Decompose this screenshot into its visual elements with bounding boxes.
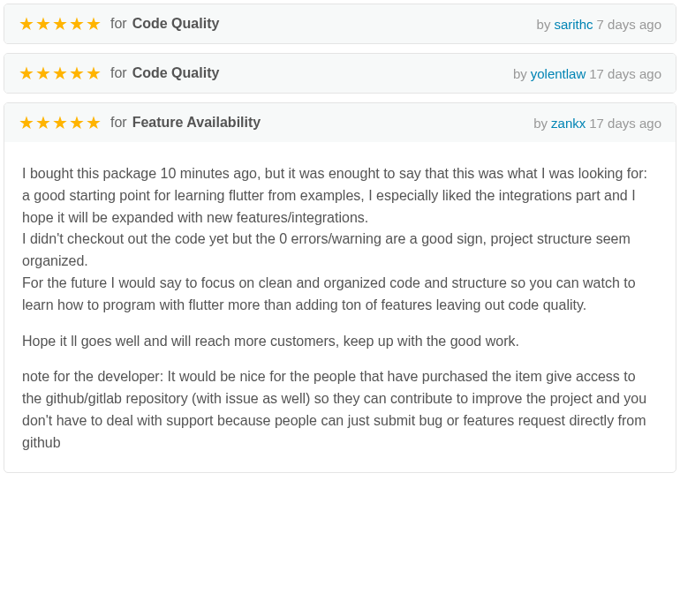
star-rating: ★★★★★ <box>19 114 102 131</box>
for-label: for <box>110 65 127 81</box>
review-header: ★★★★★forFeature Availabilitybyzankx17 da… <box>4 103 676 142</box>
review-header: ★★★★★forCode Qualitybyyolentlaw17 days a… <box>4 54 676 93</box>
star-icon: ★ <box>86 114 102 131</box>
time-ago: 17 days ago <box>589 66 661 81</box>
review-meta: byzankx17 days ago <box>533 116 661 131</box>
star-icon: ★ <box>69 114 85 131</box>
star-icon: ★ <box>35 15 51 33</box>
star-icon: ★ <box>35 64 51 82</box>
review-category: Code Quality <box>132 65 220 81</box>
author-link[interactable]: zankx <box>551 116 586 131</box>
star-icon: ★ <box>69 15 85 33</box>
star-icon: ★ <box>19 64 34 82</box>
review-card: ★★★★★forCode Qualitybysarithc7 days ago <box>4 4 676 44</box>
star-rating: ★★★★★ <box>19 64 102 82</box>
star-icon: ★ <box>86 64 102 82</box>
review-category: Code Quality <box>132 16 220 32</box>
time-ago: 17 days ago <box>589 116 661 131</box>
author-link[interactable]: yolentlaw <box>531 66 586 81</box>
by-label: by <box>537 17 551 32</box>
star-icon: ★ <box>52 114 68 131</box>
review-body: I bought this package 10 minutes ago, bu… <box>4 142 676 472</box>
time-ago: 7 days ago <box>597 17 661 32</box>
review-header: ★★★★★forCode Qualitybysarithc7 days ago <box>4 4 676 43</box>
by-label: by <box>513 66 527 81</box>
star-icon: ★ <box>69 64 85 82</box>
star-icon: ★ <box>19 15 34 33</box>
for-label: for <box>110 115 127 131</box>
review-header-left: ★★★★★forFeature Availability <box>19 114 261 131</box>
review-paragraph: Hope it ll goes well and will reach more… <box>22 331 658 353</box>
review-header-left: ★★★★★forCode Quality <box>19 15 219 33</box>
star-icon: ★ <box>35 114 51 131</box>
review-meta: byyolentlaw17 days ago <box>513 66 661 81</box>
by-label: by <box>533 116 548 131</box>
star-icon: ★ <box>19 114 34 131</box>
review-card: ★★★★★forCode Qualitybyyolentlaw17 days a… <box>4 53 676 94</box>
review-paragraph: I bought this package 10 minutes ago, bu… <box>22 163 658 317</box>
star-rating: ★★★★★ <box>19 15 102 33</box>
star-icon: ★ <box>52 64 68 82</box>
review-meta: bysarithc7 days ago <box>537 17 661 32</box>
review-card: ★★★★★forFeature Availabilitybyzankx17 da… <box>4 102 676 473</box>
review-category: Feature Availability <box>132 115 261 131</box>
review-header-left: ★★★★★forCode Quality <box>19 64 219 82</box>
star-icon: ★ <box>86 15 102 33</box>
author-link[interactable]: sarithc <box>554 17 593 32</box>
for-label: for <box>110 16 127 32</box>
star-icon: ★ <box>52 15 68 33</box>
review-paragraph: note for the developer: It would be nice… <box>22 366 658 454</box>
